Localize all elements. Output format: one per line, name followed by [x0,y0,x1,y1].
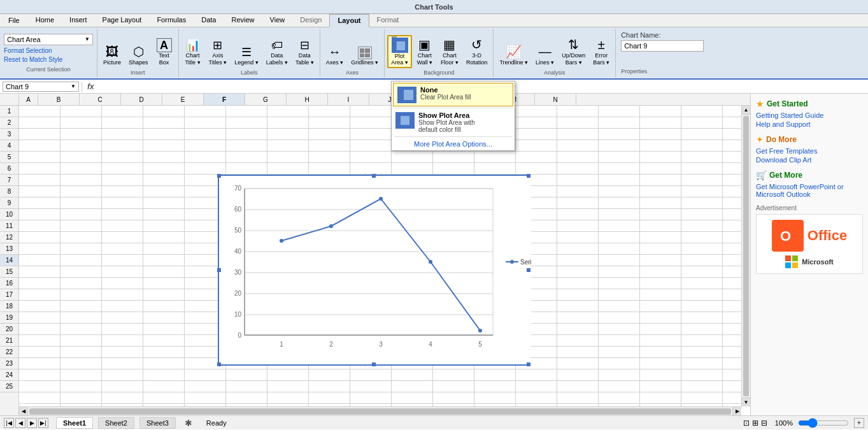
view-layout-button[interactable]: ⊞ [752,419,758,427]
tab-data[interactable]: Data [194,14,224,27]
3d-rotation-button[interactable]: ↺ 3-DRotation [463,35,491,68]
up-down-bars-button[interactable]: ⇅ Up/DownBars ▾ [559,35,588,68]
office-ad-box[interactable]: O Office Microsoft [756,214,863,274]
scrollbar-horizontal[interactable]: ◀ ▶ [19,406,741,415]
error-bars-button[interactable]: ± ErrorBars ▾ [590,35,613,68]
chart-resize-handle-bl[interactable] [217,362,221,366]
row-num-25: 25 [0,381,18,392]
col-header-d: D [121,94,162,105]
sheet-tab-1[interactable]: Sheet1 [56,417,93,429]
scroll-up-button[interactable]: ▲ [742,106,750,115]
star-icon: ★ [756,99,764,109]
plus-icon: ✦ [756,134,764,145]
scroll-left-button[interactable]: ◀ [19,407,28,416]
lines-button[interactable]: — Lines ▾ [532,42,557,68]
tab-review[interactable]: Review [224,14,262,27]
chart-resize-handle-mr[interactable] [527,268,530,272]
get-started-title: ★ Get Started [756,99,863,109]
clip-art-link[interactable]: Download Clip Art [756,156,863,164]
properties-group: Chart Name: Properties [616,29,711,77]
plot-area-button[interactable]: PlotArea ▾ [387,35,412,68]
ribbon-tabs: File Home Insert Page Layout Formulas Da… [0,14,868,27]
legend-button[interactable]: ☰ Legend ▾ [231,44,262,68]
data-table-button[interactable]: ⊟ DataTable ▾ [292,37,317,68]
textbox-button[interactable]: A TextBox [153,36,176,68]
ms-office-link[interactable]: Get Microsoft PowerPoint or Microsoft Ou… [756,183,863,198]
fx-button[interactable]: fx [85,82,97,91]
chart-resize-handle-tl[interactable] [217,174,221,178]
scrollbar-vertical[interactable]: ▲ ▼ [741,106,750,406]
tab-layout[interactable]: Layout [329,14,369,27]
name-box[interactable]: Chart 9 ▼ [3,82,79,92]
help-support-link[interactable]: Help and Support [756,120,863,128]
row-num-12: 12 [0,232,18,243]
svg-point-31 [510,260,514,264]
show-plot-area-menu-item[interactable]: Show Plot Area Show Plot Area withdefaul… [392,109,515,136]
trendline-button[interactable]: 📈 Trendline ▾ [496,42,531,68]
next-sheet-button[interactable]: ▶ [27,418,37,428]
status-bar: |◀ ◀ ▶ ▶| Sheet1 Sheet2 Sheet3 ✱ Ready ⊡… [0,415,868,429]
view-page-break-button[interactable]: ⊟ [761,419,767,427]
tab-page-layout[interactable]: Page Layout [95,14,150,27]
tab-home[interactable]: Home [28,14,62,27]
chart-tools-label: Chart Tools [415,3,453,11]
row-num-18: 18 [0,301,18,312]
dropdown-divider-1 [394,108,512,108]
shapes-button[interactable]: ⬡ Shapes [125,42,152,68]
reset-to-match-link[interactable]: Reset to Match Style [4,56,93,63]
background-group-label: Background [423,69,454,76]
chart-name-input[interactable] [621,40,704,52]
chart-dots-bottom: · · · · [364,364,383,369]
tab-design[interactable]: Design [292,14,329,27]
chart-resize-handle-br[interactable] [527,362,530,366]
data-labels-button[interactable]: 🏷 DataLabels ▾ [263,37,291,68]
labels-group: 📊 ChartTitle ▾ ⊞ AxisTitles ▾ ☰ Legend ▾… [179,29,320,77]
chart-resize-handle-ml[interactable] [217,268,221,272]
tab-view[interactable]: View [262,14,293,27]
tab-insert[interactable]: Insert [62,14,95,27]
get-more-title: 🛒 Get More [756,170,863,180]
up-down-bars-label: Up/DownBars ▾ [562,52,585,66]
chart-resize-handle-tr[interactable] [527,174,530,178]
scroll-thumb-v[interactable] [743,116,749,396]
tab-formulas[interactable]: Formulas [149,14,194,27]
getting-started-guide-link[interactable]: Getting Started Guide [756,111,863,119]
data-table-icon: ⊟ [300,39,309,53]
chart-area-dropdown[interactable]: Chart Area ▼ [4,34,93,45]
axes-button[interactable]: ↔ Axes ▾ [323,42,347,68]
axis-titles-icon: ⊞ [213,39,222,53]
free-templates-link[interactable]: Get Free Templates [756,147,863,155]
zoom-in-button[interactable]: + [854,418,864,428]
axis-titles-button[interactable]: ⊞ AxisTitles ▾ [206,37,231,68]
view-normal-button[interactable]: ⊡ [743,419,750,427]
chart-wall-button[interactable]: ▣ ChartWall ▾ [413,35,436,68]
sheet-tab-3[interactable]: Sheet3 [139,417,176,429]
cells-area: · · · · · · · · [19,106,750,415]
microsoft-text: Microsoft [802,258,834,266]
axes-group-label: Axes [346,69,359,76]
more-plot-area-options[interactable]: More Plot Area Options... [392,138,515,150]
first-sheet-button[interactable]: |◀ [4,418,14,428]
row-num-24: 24 [0,369,18,381]
none-menu-item[interactable]: None Clear Plot Area fill [393,83,513,106]
gridlines-button[interactable]: Gridlines ▾ [348,45,381,68]
picture-label: Picture [103,59,121,66]
scroll-thumb-h[interactable] [29,408,731,415]
picture-button[interactable]: 🖼 Picture [100,42,124,68]
row-num-4: 4 [0,140,18,152]
chart-object[interactable]: · · · · · · · · [218,175,530,366]
tab-file[interactable]: File [0,14,28,27]
zoom-slider[interactable] [798,418,849,428]
add-sheet-button[interactable]: ✱ [181,417,196,429]
svg-point-28 [429,260,432,264]
chart-title-button[interactable]: 📊 ChartTitle ▾ [181,37,204,68]
format-selection-link[interactable]: Format Selection [4,47,93,54]
last-sheet-button[interactable]: ▶| [38,418,48,428]
tab-format[interactable]: Format [369,14,407,27]
prev-sheet-button[interactable]: ◀ [15,418,25,428]
chart-floor-button[interactable]: ▦ ChartFloor ▾ [438,35,462,68]
scroll-down-button[interactable]: ▼ [742,398,750,406]
sheet-tab-2[interactable]: Sheet2 [98,417,134,429]
svg-text:10: 10 [234,311,242,318]
scroll-right-button[interactable]: ▶ [732,407,741,416]
